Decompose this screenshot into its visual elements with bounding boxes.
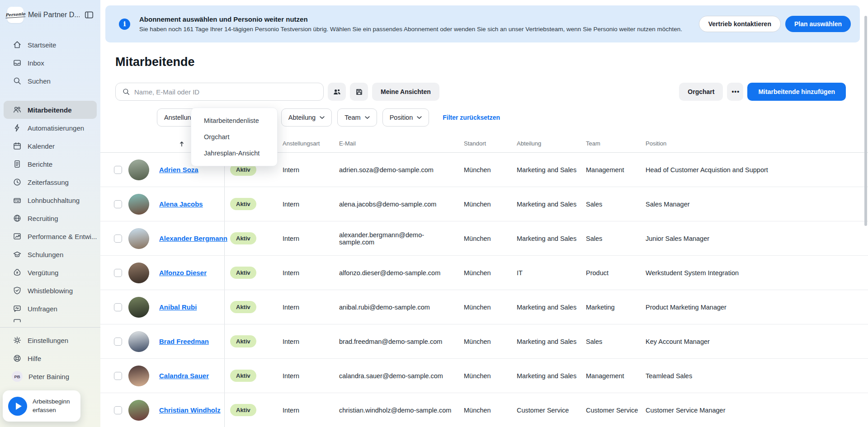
cell-email: christian.windholz@demo-sample.com	[334, 407, 458, 414]
employee-name-link[interactable]: Anibal Rubi	[159, 303, 197, 311]
sidebar-footer: Einstellungen Hilfe PBPeter Baining	[0, 326, 100, 385]
cell-anstellungsart: Intern	[277, 166, 334, 174]
sidebar-item-einstellungen[interactable]: Einstellungen	[4, 331, 97, 349]
checkbox-cell	[114, 187, 128, 221]
chip-label: Abteilung	[288, 114, 316, 121]
sidebar-item-whistleblowing[interactable]: Whistleblowing	[4, 282, 97, 300]
sidebar-item-lohnbuchhaltung[interactable]: Lohnbuchhaltung	[4, 191, 97, 209]
personio-logo-script: Personio	[5, 12, 26, 18]
orgchart-button[interactable]: Orgchart	[679, 83, 723, 101]
checkbox-cell	[114, 359, 128, 393]
view-menu-item-jahresplan[interactable]: Jahresplan-Ansicht	[191, 145, 277, 161]
header-team[interactable]: Team	[580, 140, 640, 147]
more-options-button[interactable]: •••	[727, 83, 743, 101]
sidebar-item-label: Mitarbeitende	[28, 106, 72, 114]
save-view-button[interactable]	[350, 83, 368, 101]
filter-chip-position[interactable]: Position	[382, 108, 429, 127]
cell-team: Customer Service	[580, 407, 640, 414]
money-bag-icon	[13, 268, 22, 277]
play-icon	[16, 403, 22, 410]
cell-standort: München	[458, 235, 511, 242]
personio-logo[interactable]: Personio	[7, 7, 24, 23]
search-input[interactable]	[134, 88, 317, 96]
sidebar-item-performance[interactable]: Performance & Entwi...	[4, 227, 97, 245]
sidebar-item-startseite[interactable]: Startseite	[4, 36, 97, 54]
filter-chip-team[interactable]: Team	[337, 108, 377, 127]
row-checkbox[interactable]	[114, 166, 122, 174]
sidebar-divider	[0, 327, 100, 328]
view-menu-item-orgchart[interactable]: Orgchart	[191, 129, 277, 145]
sidebar-item-zeiterfassung[interactable]: Zeiterfassung	[4, 173, 97, 191]
page-title: Mitarbeitende	[115, 55, 846, 69]
header-standort[interactable]: Standort	[458, 140, 511, 147]
sidebar-item-schulungen[interactable]: Schulungen	[4, 245, 97, 263]
add-employee-button[interactable]: Mitarbeitende hinzufügen	[747, 83, 846, 101]
sidebar-item-verguetung[interactable]: Vergütung	[4, 263, 97, 282]
content-head: Mitarbeitende Meine Ansichten Orgchart •…	[100, 55, 868, 101]
filter-reset-link[interactable]: Filter zurücksetzen	[443, 114, 500, 121]
employee-name-link[interactable]: Alexander Bergmann	[159, 235, 227, 242]
cell-standort: München	[458, 407, 511, 414]
search-box[interactable]	[115, 83, 324, 101]
sidebar-item-berichte[interactable]: Berichte	[4, 155, 97, 173]
sidebar-item-recruiting[interactable]: Recruiting	[4, 209, 97, 227]
sidebar-item-label: Lohnbuchhaltung	[28, 197, 80, 204]
vertical-scrollbar[interactable]	[864, 16, 867, 226]
sidebar-item-kalender[interactable]: Kalender	[4, 137, 97, 155]
header-anstellungsart[interactable]: Anstellungsart	[277, 140, 334, 147]
calendar-icon	[13, 141, 22, 150]
cell-position: Werkstudent System Integration	[640, 269, 868, 277]
header-email[interactable]: E-Mail	[334, 140, 458, 147]
sidebar-item-automatisierungen[interactable]: Automatisierungen	[4, 119, 97, 137]
employee-name-link[interactable]: Brad Freedman	[159, 338, 209, 345]
filter-chip-abteilung[interactable]: Abteilung	[281, 108, 332, 127]
row-checkbox[interactable]	[114, 338, 122, 346]
row-checkbox[interactable]	[114, 372, 122, 380]
save-icon	[355, 88, 363, 96]
sidebar-item-hilfe[interactable]: Hilfe	[4, 349, 97, 367]
employee-name-link[interactable]: Alfonzo Dieser	[159, 269, 207, 277]
cell-anstellungsart: Intern	[277, 269, 334, 277]
row-checkbox[interactable]	[114, 269, 122, 277]
name-cell: Alena Jacobs	[128, 187, 225, 221]
status-cell: Aktiv	[225, 232, 277, 244]
search-icon	[13, 76, 22, 85]
cell-anstellungsart: Intern	[277, 372, 334, 380]
sidebar-item-label: Automatisierungen	[28, 124, 84, 132]
chip-label: Position	[390, 114, 413, 121]
sidebar-item-umfragen[interactable]: Umfragen	[4, 300, 97, 318]
sidebar-item-suchen[interactable]: Suchen	[4, 72, 97, 90]
sidebar-item-label: Startseite	[28, 41, 56, 49]
cell-email: alena.jacobs@demo-sample.com	[334, 201, 458, 208]
row-checkbox[interactable]	[114, 303, 122, 311]
play-button[interactable]	[8, 397, 27, 416]
sidebar-item-label: Performance & Entwi...	[28, 233, 97, 240]
employee-name-link[interactable]: Christian Windholz	[159, 406, 221, 414]
checkbox-cell	[114, 290, 128, 324]
sidebar-item-inbox[interactable]: Inbox	[4, 54, 97, 72]
my-views-button[interactable]: Meine Ansichten	[372, 83, 439, 101]
time-tracking-widget[interactable]: Arbeitsbeginn erfassen	[3, 390, 80, 422]
sidebar-collapse-icon[interactable]	[84, 10, 94, 20]
status-badge: Aktiv	[230, 404, 256, 416]
group-view-button[interactable]	[328, 83, 346, 101]
cell-abteilung: Marketing and Sales	[511, 201, 580, 208]
sidebar-item-mitarbeitende[interactable]: Mitarbeitende	[4, 101, 97, 119]
info-icon: i	[119, 19, 130, 30]
status-badge: Aktiv	[230, 301, 256, 313]
sidebar-item-label: Schulungen	[28, 251, 63, 258]
employee-name-link[interactable]: Alena Jacobs	[159, 200, 203, 208]
sidebar-item-user[interactable]: PBPeter Baining	[4, 367, 97, 385]
employee-name-link[interactable]: Calandra Sauer	[159, 372, 209, 380]
row-checkbox[interactable]	[114, 406, 122, 414]
view-menu-item-mitarbeitendenliste[interactable]: Mitarbeitendenliste	[191, 113, 277, 129]
sort-ascending-icon[interactable]	[179, 141, 184, 147]
row-checkbox[interactable]	[114, 235, 122, 243]
employee-name-link[interactable]: Adrien Soza	[159, 166, 198, 174]
header-position[interactable]: Position	[640, 140, 868, 147]
subscription-banner: i Abonnement auswählen und Personio weit…	[105, 5, 860, 42]
contact-sales-button[interactable]: Vertrieb kontaktieren	[699, 16, 781, 32]
header-abteilung[interactable]: Abteilung	[511, 140, 580, 147]
choose-plan-button[interactable]: Plan auswählen	[785, 16, 851, 32]
row-checkbox[interactable]	[114, 200, 122, 208]
